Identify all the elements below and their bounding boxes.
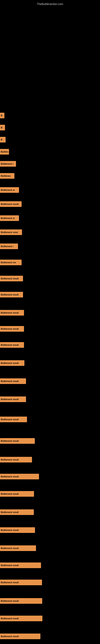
bar-row: Bottleneck result: [0, 634, 40, 639]
bar-row: Bottleneck result: [0, 509, 34, 515]
bar: Bottleneck result: [0, 276, 23, 281]
bar-label: Bottleneck result: [1, 312, 19, 314]
bar: Bottleneck result: [0, 580, 42, 585]
bar-row: Bottleneck result: [0, 457, 32, 462]
bar-row: Bottleneck result: [0, 292, 23, 298]
bar-row: Bottleneck re: [0, 187, 19, 193]
bar: Bottleneck result: [0, 527, 35, 533]
bar: Bottleneck result: [0, 616, 42, 621]
bar-row: Bottleneck result: [0, 378, 26, 384]
bar-label: B: [1, 138, 2, 141]
bar-label: Bottleneck result: [1, 475, 19, 478]
bar-row: Bottleneck result: [0, 546, 36, 551]
bar-label: Bottleneck result: [1, 440, 19, 442]
bar-label: Bottleneck result: [1, 294, 19, 296]
bar-label: Bottlen: [1, 150, 8, 153]
bar-label: Bottleneck result: [1, 493, 19, 495]
bar-row: Bottleneck result: [0, 342, 24, 348]
bar: Bottleneck result: [0, 509, 34, 515]
bar-row: Bottleneck res: [0, 260, 22, 265]
bar: Bottleneck result: [0, 326, 24, 332]
bar: Bottleneck res: [0, 260, 22, 265]
bar-row: Bottleneck result: [0, 562, 41, 568]
bar: B: [0, 137, 6, 142]
bar-label: Bottleneck r: [1, 162, 14, 165]
bar-label: Bottleneck r: [1, 245, 14, 248]
bar-row: Bottleneck result: [0, 598, 42, 604]
bar-label: Bottleneck result: [1, 458, 19, 461]
bar: Bottleneck result: [0, 562, 41, 568]
bar: Bottleneck result: [0, 634, 40, 639]
bar-row: Bottleneck result: [0, 416, 27, 422]
bar-row: Bottleneck r: [0, 161, 16, 167]
bar-label: Bottleneck result: [1, 203, 19, 205]
bar-label: Bottleneck result: [1, 511, 19, 514]
bar-row: Bottleneck result: [0, 276, 23, 281]
bar-label: Bottleneck result: [1, 564, 19, 566]
bar-label: Bottleneck result: [1, 380, 19, 382]
bar: Bottleneck result: [0, 396, 26, 402]
bar-row: B: [0, 125, 5, 130]
bar-row: Bottleneck result: [0, 474, 39, 480]
bar-label: Bottleneck re: [1, 189, 15, 191]
bar-row: Bottleneck result: [0, 438, 35, 444]
bar-row: Bottleneck result: [0, 360, 24, 366]
bar-row: Bottleneck r: [0, 244, 18, 249]
bar-row: Bottleneck result: [0, 616, 42, 621]
site-title: TheBottlenecker.com: [0, 1, 100, 7]
bar-label: Bottleneck result: [1, 635, 19, 638]
bar-label: Bottleneck result: [1, 581, 19, 584]
bar: Bottleneck r: [0, 161, 16, 167]
bar-row: Bottleneck result: [0, 580, 42, 585]
bar-label: Bottleneck resul: [1, 231, 18, 234]
bar: Bottleneck result: [0, 438, 35, 444]
bar-row: Bottleneck re: [0, 215, 19, 221]
bar: Bottleneck result: [0, 201, 22, 207]
bar-label: Bottleneck result: [1, 277, 19, 280]
bar-label: Bottleneck result: [1, 362, 19, 364]
bar: Bottleneck r: [0, 244, 18, 249]
bar-row: Bottleneck result: [0, 527, 35, 533]
bar: Bottlen: [0, 149, 9, 154]
bar: Bottleneck result: [0, 310, 24, 316]
bar: Bottleneck result: [0, 546, 36, 551]
bar-label: Bottleneck result: [1, 617, 19, 620]
bar: B: [0, 113, 4, 118]
bar-label: Bottleneck result: [1, 398, 19, 400]
bar-row: Bottleneck result: [0, 491, 34, 497]
bar-row: Bottleneck result: [0, 396, 26, 402]
bar-row: B: [0, 137, 6, 142]
bar-label: B: [1, 114, 2, 117]
bar-label: Bottleneck result: [1, 418, 19, 420]
bar-label: Bottleneck result: [1, 547, 19, 550]
bar: Bottleneck re: [0, 187, 19, 193]
bar-row: Bottleneck result: [0, 201, 22, 207]
bar-label: Bottleneck result: [1, 344, 19, 346]
bar-label: Bottleneck result: [1, 529, 19, 531]
bar: B: [0, 125, 5, 130]
bar-row: Bottleneck result: [0, 326, 24, 332]
bar: Bottleneck result: [0, 292, 23, 298]
bar: Bottleneck result: [0, 598, 42, 604]
bar-label: Bottlenec: [1, 175, 11, 177]
bar-row: Bottleneck resul: [0, 230, 22, 235]
bar: Bottleneck resul: [0, 230, 22, 235]
bar: Bottleneck result: [0, 491, 34, 497]
bar: Bottleneck result: [0, 378, 26, 384]
bar: Bottleneck result: [0, 457, 32, 462]
bar-row: Bottleneck result: [0, 310, 24, 316]
bar: Bottleneck re: [0, 215, 19, 221]
bar: Bottleneck result: [0, 474, 39, 480]
bar-row: Bottlen: [0, 149, 9, 154]
bar: Bottleneck result: [0, 360, 24, 366]
bar: Bottlenec: [0, 173, 14, 179]
bar-label: B: [1, 126, 2, 129]
bar-row: B: [0, 113, 4, 118]
bar-label: Bottleneck re: [1, 217, 15, 219]
bar-label: Bottleneck result: [1, 600, 19, 602]
bar-label: Bottleneck res: [1, 261, 16, 264]
bar-label: Bottleneck result: [1, 328, 19, 330]
bar: Bottleneck result: [0, 416, 27, 422]
bar-row: Bottlenec: [0, 173, 14, 179]
bar: Bottleneck result: [0, 342, 24, 348]
